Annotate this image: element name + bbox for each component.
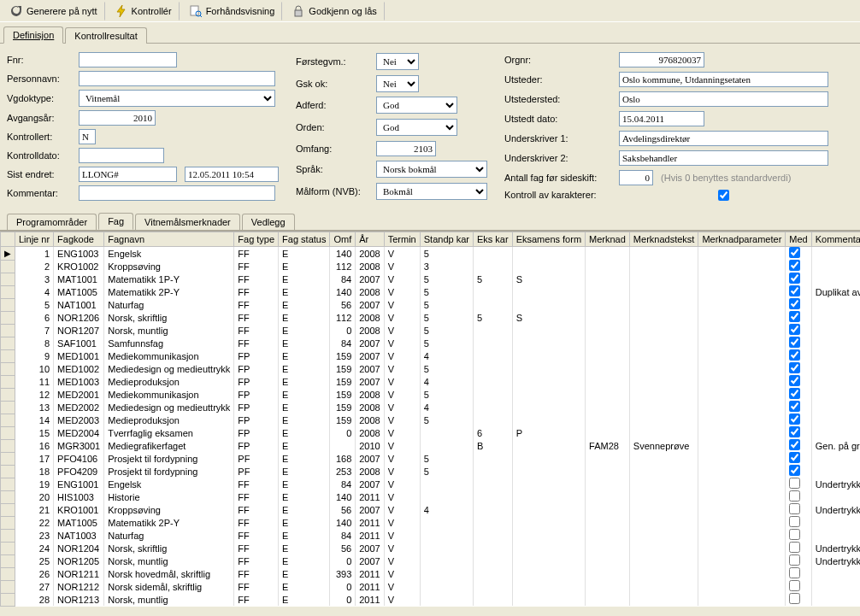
table-row[interactable]: 2KRO1002KroppsøvingFFE1122008V3 <box>1 260 861 273</box>
kontrollkar-check[interactable] <box>619 190 828 201</box>
med-check[interactable] <box>789 542 800 553</box>
tab-definisjon[interactable]: Definisjon <box>3 26 63 44</box>
fnr-input[interactable] <box>79 52 177 67</box>
row-selector[interactable] <box>1 285 15 298</box>
med-check[interactable] <box>789 311 800 322</box>
row-selector[interactable] <box>1 503 15 516</box>
subtab-programomrader[interactable]: Programområder <box>7 214 97 230</box>
forstegvm-select[interactable]: Nei <box>376 53 419 70</box>
subtab-vitnemalsmerknader[interactable]: Vitnemålsmerknader <box>135 214 240 230</box>
utstedtdato-input[interactable] <box>619 111 704 126</box>
med-check[interactable] <box>789 452 800 463</box>
med-check[interactable] <box>789 337 800 348</box>
avgangsar-input[interactable] <box>79 110 156 126</box>
table-row[interactable]: 11MED1003MedieproduksjonFPE1592007V4 <box>1 375 861 388</box>
cell-med[interactable] <box>786 580 811 593</box>
antallfag-input[interactable] <box>619 170 653 185</box>
med-check[interactable] <box>789 298 800 309</box>
col-linjenr[interactable]: Linje nr <box>15 232 54 247</box>
cell-med[interactable] <box>786 362 811 375</box>
orgnr-input[interactable] <box>619 52 704 67</box>
col-fagtype[interactable]: Fag type <box>234 232 279 247</box>
subtab-vedlegg[interactable]: Vedlegg <box>242 214 295 230</box>
underskriver2-input[interactable] <box>619 150 828 166</box>
table-row[interactable]: 26NOR1211Norsk hovedmål, skriftligFFE393… <box>1 567 861 580</box>
row-selector[interactable] <box>1 542 15 554</box>
row-selector[interactable] <box>1 452 15 465</box>
col-ar[interactable]: År <box>356 232 384 247</box>
sprak-select[interactable]: Norsk bokmål <box>376 161 487 178</box>
table-row[interactable]: 15MED2004Tverrfaglig eksamenFPE02008V6P <box>1 426 861 439</box>
omfang-input[interactable] <box>376 141 436 156</box>
cell-med[interactable] <box>786 426 811 439</box>
cell-med[interactable] <box>786 388 811 401</box>
kontroller-button[interactable]: Kontrollér <box>107 2 180 21</box>
adferd-select[interactable]: God <box>376 97 457 114</box>
cell-med[interactable] <box>786 503 811 516</box>
col-kommentar[interactable]: Kommentar <box>811 232 860 247</box>
col-fagkode[interactable]: Fagkode <box>54 232 104 247</box>
cell-med[interactable] <box>786 375 811 388</box>
row-selector[interactable] <box>1 337 15 349</box>
cell-med[interactable] <box>786 273 811 285</box>
kontrollert-input[interactable] <box>79 129 96 144</box>
cell-med[interactable] <box>786 260 811 273</box>
row-selector[interactable] <box>1 298 15 311</box>
med-check[interactable] <box>789 362 800 373</box>
med-check[interactable] <box>789 247 800 258</box>
col-ekskar[interactable]: Eks kar <box>473 232 512 247</box>
row-selector[interactable] <box>1 490 15 503</box>
table-row[interactable]: 27NOR1212Norsk sidemål, skriftligFFE0201… <box>1 580 861 593</box>
cell-med[interactable] <box>786 490 811 503</box>
subtab-fag[interactable]: Fag <box>98 213 133 230</box>
cell-med[interactable] <box>786 349 811 362</box>
col-merknad[interactable]: Merknad <box>586 232 630 247</box>
table-row[interactable]: ▶1ENG1003EngelskFFE1402008V5 <box>1 247 861 261</box>
cell-med[interactable] <box>786 324 811 337</box>
preview-button[interactable]: Forhåndsvisning <box>181 2 283 21</box>
row-selector[interactable] <box>1 580 15 593</box>
col-merknadparameter[interactable]: Merknadparameter <box>698 232 786 247</box>
row-selector[interactable] <box>1 260 15 273</box>
table-row[interactable]: 6NOR1206Norsk, skriftligFFE1122008V55S <box>1 311 861 324</box>
table-row[interactable]: 3MAT1001Matematikk 1P-YFFE842007V55S <box>1 273 861 285</box>
row-selector[interactable] <box>1 388 15 401</box>
cell-med[interactable] <box>786 311 811 324</box>
row-selector[interactable] <box>1 426 15 439</box>
med-check[interactable] <box>789 260 800 271</box>
underskriver1-input[interactable] <box>619 131 828 146</box>
row-selector[interactable] <box>1 349 15 362</box>
row-selector[interactable] <box>1 478 15 490</box>
med-check[interactable] <box>789 529 800 540</box>
table-row[interactable]: 22MAT1005Matematikk 2P-YFFE1402011V <box>1 516 861 529</box>
col-eksamensform[interactable]: Eksamens form <box>512 232 585 247</box>
cell-med[interactable] <box>786 337 811 349</box>
table-row[interactable]: 17PFO4106Prosjekt til fordypningPFE16820… <box>1 452 861 465</box>
med-check[interactable] <box>789 567 800 578</box>
row-selector[interactable] <box>1 516 15 529</box>
kommentar-input[interactable] <box>79 185 275 201</box>
row-selector[interactable] <box>1 362 15 375</box>
med-check[interactable] <box>789 516 800 527</box>
sistendret-by-input[interactable] <box>79 167 177 182</box>
table-row[interactable]: 16MGR3001MediegrafikerfagetFPE2010VBFAM2… <box>1 439 861 452</box>
table-row[interactable]: 13MED2002Mediedesign og medieuttrykkFPE1… <box>1 401 861 414</box>
med-check[interactable] <box>789 426 800 437</box>
table-row[interactable]: 12MED2001MediekommunikasjonFPE1592008V5 <box>1 388 861 401</box>
row-selector[interactable] <box>1 593 15 606</box>
cell-med[interactable] <box>786 465 811 478</box>
med-check[interactable] <box>789 439 800 450</box>
tab-kontrollresultat[interactable]: Kontrollresultat <box>65 27 146 44</box>
table-row[interactable]: 5NAT1001NaturfagFFE562007V5 <box>1 298 861 311</box>
cell-med[interactable] <box>786 452 811 465</box>
med-check[interactable] <box>789 414 800 425</box>
orden-select[interactable]: God <box>376 119 457 136</box>
table-row[interactable]: 28NOR1213Norsk, muntligFFE02011V <box>1 593 861 606</box>
cell-med[interactable] <box>786 478 811 490</box>
col-med[interactable]: Med <box>786 232 811 247</box>
table-row[interactable]: 24NOR1204Norsk, skriftligFFE562007VUnder… <box>1 542 861 554</box>
utsteder-input[interactable] <box>619 72 828 87</box>
row-selector[interactable] <box>1 465 15 478</box>
approve-button[interactable]: Godkjenn og lås <box>284 2 385 21</box>
cell-med[interactable] <box>786 401 811 414</box>
